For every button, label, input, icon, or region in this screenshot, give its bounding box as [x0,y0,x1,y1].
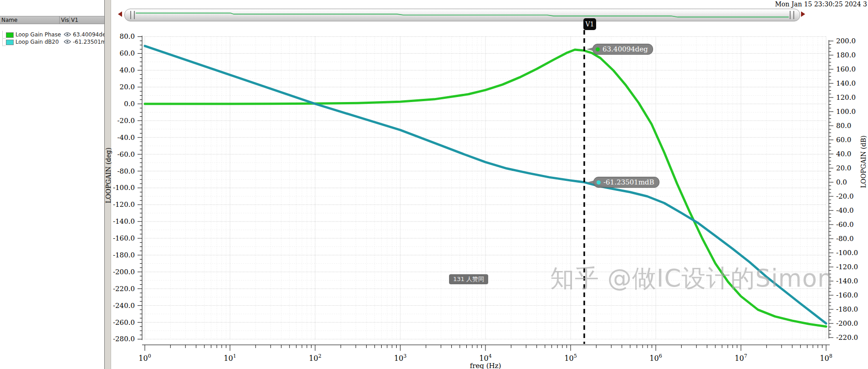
svg-text:20.0: 20.0 [836,164,851,172]
svg-text:-200.0: -200.0 [113,268,135,276]
svg-text:-100.0: -100.0 [836,249,858,257]
svg-text:40.0: 40.0 [120,66,135,74]
svg-text:180.0: 180.0 [836,51,856,59]
svg-text:-20.0: -20.0 [117,117,135,125]
svg-text:106: 106 [649,353,662,363]
svg-text:80.0: 80.0 [120,32,135,41]
svg-text:-200.0: -200.0 [836,319,858,328]
svg-text:102: 102 [309,353,321,363]
svg-text:LOOPGAIN (dB): LOOPGAIN (dB) [860,135,867,188]
svg-text:0.0: 0.0 [124,100,135,108]
svg-text:-220.0: -220.0 [836,333,858,342]
marker-readout-phase[interactable]: 63.40094deg [592,44,653,55]
svg-text:-140.0: -140.0 [836,277,858,285]
svg-text:-40.0: -40.0 [836,206,853,215]
svg-text:100: 100 [138,353,151,363]
y-axis-left: -280.0-260.0-240.0-220.0-200.0-180.0-160… [105,32,142,343]
marker-dot-phase [596,47,600,51]
svg-text:60.0: 60.0 [120,49,135,57]
svg-text:60.0: 60.0 [836,136,851,144]
svg-text:-80.0: -80.0 [836,235,853,243]
svg-text:140.0: 140.0 [836,79,856,87]
svg-text:103: 103 [394,353,406,363]
svg-text:-240.0: -240.0 [113,302,135,310]
svg-text:0.0: 0.0 [836,178,847,186]
svg-text:200.0: 200.0 [836,37,856,45]
svg-text:-260.0: -260.0 [113,318,135,327]
svg-text:101: 101 [224,353,236,363]
svg-text:-40.0: -40.0 [117,133,135,142]
marker-text-phase: 63.40094deg [602,45,648,53]
svg-text:-80.0: -80.0 [117,167,135,175]
svg-text:20.0: 20.0 [120,83,135,91]
svg-text:-20.0: -20.0 [836,192,853,200]
svg-text:-180.0: -180.0 [836,305,858,313]
svg-text:-140.0: -140.0 [113,217,135,226]
svg-text:105: 105 [564,353,577,363]
svg-text:104: 104 [479,353,491,363]
svg-text:80.0: 80.0 [836,122,851,130]
svg-text:108: 108 [820,353,832,363]
svg-text:-60.0: -60.0 [117,150,135,159]
x-axis: 100101102103104105106107108freq (Hz) [138,345,832,369]
plot-canvas[interactable]: -280.0-260.0-240.0-220.0-200.0-180.0-160… [0,0,868,369]
marker-dot-gain [597,180,601,184]
svg-text:LOOPGAIN (deg): LOOPGAIN (deg) [105,148,112,203]
waveform-viewer-window: Loop Gain Phase:Loop Gain dB20 Mon Jan 1… [0,0,868,369]
svg-text:120.0: 120.0 [836,93,856,102]
marker-readout-gain[interactable]: -61.23501mdB [593,177,659,188]
svg-text:-120.0: -120.0 [113,200,135,209]
grid-major [145,36,826,339]
svg-text:freq (Hz): freq (Hz) [470,362,501,369]
svg-text:107: 107 [735,353,747,363]
svg-text:-160.0: -160.0 [836,291,858,299]
y-axis-right: -220.0-200.0-180.0-160.0-140.0-120.0-100… [829,37,867,342]
svg-text:-160.0: -160.0 [113,234,135,242]
svg-text:-220.0: -220.0 [113,285,135,293]
svg-text:-100.0: -100.0 [113,184,135,192]
svg-text:-180.0: -180.0 [113,251,135,259]
v1-cursor-flag[interactable]: V1 [583,18,596,30]
svg-text:160.0: 160.0 [836,65,856,73]
svg-text:-60.0: -60.0 [836,220,853,229]
svg-text:100.0: 100.0 [836,108,856,116]
zhihu-like-badge: 131 人赞同 [449,274,488,284]
svg-text:-120.0: -120.0 [836,263,858,271]
svg-text:-280.0: -280.0 [113,335,135,343]
marker-text-gain: -61.23501mdB [603,178,654,186]
svg-text:40.0: 40.0 [836,150,851,158]
